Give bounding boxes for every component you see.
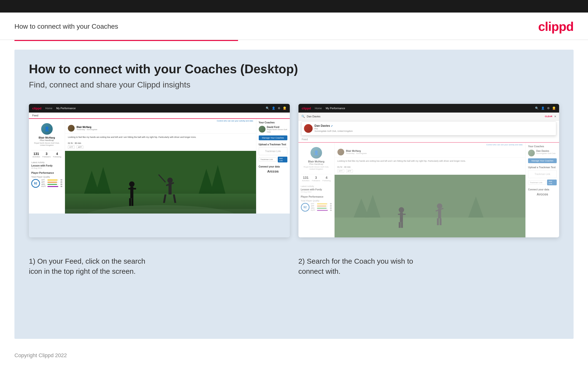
user-profile: 👤 Blair McHarg Plus Handicap Royal North… xyxy=(31,121,62,148)
manage-coaches-button[interactable]: Manage Your Coaches xyxy=(259,135,287,140)
svg-point-29 xyxy=(437,203,442,209)
post-duration: 01 hr : 30 min xyxy=(65,141,256,145)
following-label: Following xyxy=(53,156,61,158)
user-location-2: Royal North Devon Golf Club, United King… xyxy=(301,166,332,170)
main-heading: How to connect with your Coaches (Deskto… xyxy=(29,62,559,76)
bar-ott: OTT 90 xyxy=(41,179,62,181)
result-name: Dan Davies xyxy=(315,124,330,128)
quality-bars: OTT 90 APP 85 xyxy=(41,179,62,188)
stat-activities-2: 131 Activities xyxy=(302,176,309,182)
step-1-container: 1) On your Feed, click on the searchicon… xyxy=(29,249,290,276)
trackman-placeholder: Trackman Link xyxy=(259,147,287,155)
search-icon-2[interactable]: 🔍 xyxy=(535,107,539,110)
performance-section: Player Performance Total Player Quality … xyxy=(31,172,62,188)
app-nav-1: clippd Home My Performance 🔍 👤 ⚙ 👱 xyxy=(29,104,290,112)
svg-rect-33 xyxy=(439,218,441,225)
search-result-dropdown[interactable]: Dan Davies ✔ Pro Sunningdale Golf Club, … xyxy=(301,121,556,135)
result-location: Sunningdale Golf Club, United Kingdom xyxy=(315,130,353,132)
settings-icon[interactable]: ⚙ xyxy=(278,107,281,110)
nav-my-performance[interactable]: My Performance xyxy=(56,107,76,110)
top-bar xyxy=(0,0,588,12)
app-main-layout-2: 👤 Blair McHarg Plus Handicap Royal North… xyxy=(298,143,559,237)
screenshot-2: clippd Home My Performance 🔍 👤 ⚙ 👱 🔍 Dan… xyxy=(298,104,559,237)
avatar: 👤 xyxy=(41,123,53,135)
main-subheading: Find, connect and share your Clippd insi… xyxy=(29,80,559,89)
trackman-input-2[interactable] xyxy=(528,181,546,184)
nav-icons-2: 🔍 👤 ⚙ 👱 xyxy=(535,107,556,110)
stat-followers-2: 3 Followers xyxy=(312,176,320,182)
followers-count: 3 xyxy=(42,152,51,156)
latest-activity-2: Latest Activity Lesson with Fordy 03 Aug… xyxy=(301,185,332,193)
app-sidebar-2: 👤 Blair McHarg Plus Handicap Royal North… xyxy=(298,143,334,237)
step-2-container: 2) Search for the Coach you wish toconne… xyxy=(298,249,559,276)
feed-image xyxy=(65,151,256,213)
followers-label: Followers xyxy=(42,156,51,158)
avatar-2: 👤 xyxy=(310,147,322,159)
control-text[interactable]: Control who can see your activity and da… xyxy=(65,119,256,123)
performance-section-2: Player Performance Total Player Quality … xyxy=(301,195,332,212)
connect-section: Connect your data Arccos xyxy=(259,165,287,173)
avatar-icon-2[interactable]: 👱 xyxy=(552,107,556,110)
quality-row: 92 OTT 90 APP xyxy=(31,179,62,188)
feed-image-2 xyxy=(334,175,526,237)
avatar-icon[interactable]: 👱 xyxy=(283,107,286,110)
result-avatar xyxy=(304,124,313,133)
nav-my-performance-2[interactable]: My Performance xyxy=(326,107,345,110)
activity-date: 03 Aug 2022 xyxy=(31,167,62,169)
svg-rect-26 xyxy=(398,213,405,215)
add-link-button[interactable]: Add Link xyxy=(278,157,287,162)
nav-icons: 🔍 👤 ⚙ 👱 xyxy=(266,107,286,110)
step-1-text: 1) On your Feed, click on the searchicon… xyxy=(29,256,290,276)
steps-row: 1) On your Feed, click on the searchicon… xyxy=(29,249,559,276)
app-sidebar-1: 👤 Blair McHarg Plus Handicap Royal North… xyxy=(29,119,65,213)
screenshots-row: clippd Home My Performance 🔍 👤 ⚙ 👱 Feed xyxy=(29,104,559,237)
settings-icon-2[interactable]: ⚙ xyxy=(547,107,550,110)
app-feed-2: Control who can see your activity and da… xyxy=(334,143,526,237)
user-profile-2: 👤 Blair McHarg Plus Handicap Royal North… xyxy=(301,145,332,172)
clear-button[interactable]: CLEAR xyxy=(545,115,552,118)
post-name: Blair McHarg xyxy=(77,126,97,129)
search-query[interactable]: Dan Davies xyxy=(307,115,543,118)
search-icon-overlay: 🔍 xyxy=(301,115,305,118)
nav-home-2[interactable]: Home xyxy=(315,107,322,110)
stat-followers: 3 Followers xyxy=(42,152,51,158)
svg-point-24 xyxy=(399,207,404,212)
user-location: Royal North Devon Golf Club, United King… xyxy=(31,142,62,146)
header-separator xyxy=(14,40,574,41)
connect-title: Connect your data xyxy=(259,165,287,168)
coach-item: David Ford Royal North Devon Golf Club xyxy=(259,126,287,134)
app-ui-1: clippd Home My Performance 🔍 👤 ⚙ 👱 Feed xyxy=(29,104,290,213)
manage-coaches-button-2[interactable]: Manage Your Coaches xyxy=(528,158,557,163)
main-content: How to connect with your Coaches (Deskto… xyxy=(14,50,574,339)
profile-icon-2[interactable]: 👤 xyxy=(541,107,545,110)
search-icon[interactable]: 🔍 xyxy=(266,107,269,110)
app-logo-1: clippd xyxy=(32,107,41,110)
user-name: Blair McHarg xyxy=(31,136,62,139)
svg-rect-32 xyxy=(437,218,439,225)
coach-club: Royal North Devon Golf Club xyxy=(267,129,287,134)
activities-count: 131 xyxy=(33,152,40,156)
trackman-input[interactable] xyxy=(259,157,277,161)
coach-avatar xyxy=(259,126,265,133)
app-right-panel-2: Your Coaches Dan Davies Sunningdale Golf… xyxy=(526,143,559,237)
feed-tab-row: Feed xyxy=(29,112,290,119)
stat-activities: 131 Activities xyxy=(33,152,40,158)
quality-label: Total Player Quality xyxy=(31,176,62,178)
feed-tab-2[interactable]: Feed xyxy=(302,138,308,143)
result-role: Pro xyxy=(315,128,353,130)
post-avatar xyxy=(68,125,75,132)
nav-home[interactable]: Home xyxy=(45,107,52,110)
copyright: Copyright Clippd 2022 xyxy=(14,352,67,358)
app-main-layout: 👤 Blair McHarg Plus Handicap Royal North… xyxy=(29,119,290,213)
stats-row-2: 131 Activities 3 Followers 4 Following xyxy=(301,174,332,183)
feed-tab[interactable]: Feed xyxy=(32,114,38,119)
tag-ott: OTT xyxy=(68,145,75,149)
profile-icon[interactable]: 👤 xyxy=(272,107,275,110)
svg-point-13 xyxy=(167,177,173,183)
close-search-button[interactable]: × xyxy=(554,114,556,118)
feed-tab-row-2: Feed xyxy=(298,136,559,143)
step-2-text: 2) Search for the Coach you wish toconne… xyxy=(298,256,559,276)
tag-app: APP xyxy=(77,145,83,149)
user-hcp-2: Plus Handicap xyxy=(301,163,332,165)
clippd-logo: clippd xyxy=(538,19,574,34)
